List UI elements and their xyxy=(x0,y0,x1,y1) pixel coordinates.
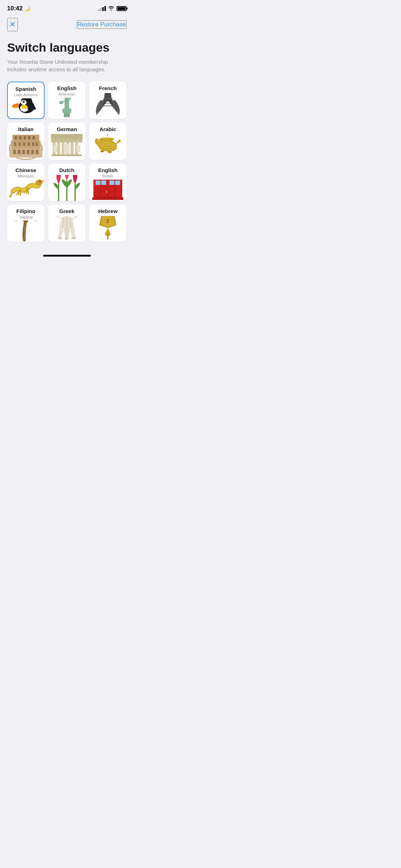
language-card-dutch[interactable]: Dutch xyxy=(48,164,86,201)
language-grid: Spanish Latin America xyxy=(7,82,127,242)
svg-point-6 xyxy=(24,102,24,102)
language-image xyxy=(48,134,86,160)
svg-point-104 xyxy=(58,237,62,239)
svg-rect-60 xyxy=(64,144,70,154)
status-icons xyxy=(98,6,127,12)
language-name: Hebrew xyxy=(92,208,124,215)
language-name: Dutch xyxy=(51,167,83,174)
language-name: Arabic xyxy=(92,126,124,133)
svg-rect-48 xyxy=(28,136,30,139)
page-title: Switch languages xyxy=(7,41,127,55)
battery-icon xyxy=(117,6,127,11)
language-name: Greek xyxy=(51,208,83,215)
language-card-header: French xyxy=(89,82,127,93)
svg-rect-95 xyxy=(101,192,107,197)
svg-rect-49 xyxy=(32,136,35,139)
language-sub: Mandarin xyxy=(10,174,42,178)
svg-text:נ: נ xyxy=(107,217,109,225)
svg-rect-56 xyxy=(52,154,82,156)
language-card-header: English British xyxy=(89,164,127,180)
svg-rect-51 xyxy=(57,141,60,156)
language-image xyxy=(48,175,86,201)
wifi-icon xyxy=(108,6,114,12)
svg-rect-61 xyxy=(53,145,57,153)
nav-bar: ✕ Restore Purchase xyxy=(0,14,134,37)
home-indicator xyxy=(43,255,91,257)
language-image: TELEPHONE xyxy=(89,180,127,201)
language-card-filipino[interactable]: Filipino Tagalog xyxy=(7,205,45,242)
language-image: נ xyxy=(89,216,127,242)
language-card-arabic[interactable]: Arabic xyxy=(89,123,127,160)
language-name: English xyxy=(92,167,124,174)
close-button[interactable]: ✕ xyxy=(7,18,18,31)
svg-point-64 xyxy=(101,150,104,153)
page-subtitle: Your Rosetta Stone Unlimited membership … xyxy=(7,58,127,73)
status-bar: 10:42 🌙 xyxy=(0,0,134,14)
language-image xyxy=(89,134,127,160)
language-card-greek[interactable]: Greek xyxy=(48,205,86,242)
svg-rect-35 xyxy=(22,150,25,154)
language-card-header: Italian xyxy=(7,123,45,134)
svg-rect-41 xyxy=(23,142,25,146)
language-card-header: Spanish Latin America xyxy=(8,82,44,98)
language-card-hebrew[interactable]: Hebrew נ xyxy=(89,205,127,242)
restore-purchase-button[interactable]: Restore Purchase xyxy=(77,20,127,29)
language-sub: Latin America xyxy=(11,93,41,97)
signal-icon xyxy=(98,6,106,11)
svg-rect-45 xyxy=(15,136,17,139)
language-image xyxy=(89,93,127,119)
svg-line-18 xyxy=(69,98,74,100)
language-name: Filipino xyxy=(10,208,42,215)
svg-rect-98 xyxy=(92,197,123,200)
language-name: English xyxy=(51,85,83,92)
svg-rect-39 xyxy=(14,142,16,146)
svg-rect-46 xyxy=(19,136,21,139)
language-image xyxy=(7,221,45,242)
language-name: Italian xyxy=(10,126,42,133)
svg-rect-62 xyxy=(77,145,81,153)
language-name: German xyxy=(51,126,83,133)
svg-rect-36 xyxy=(27,150,30,154)
svg-rect-38 xyxy=(36,150,38,154)
language-card-english-american[interactable]: English American xyxy=(48,82,86,119)
language-card-header: Greek xyxy=(48,205,86,216)
language-card-header: Filipino Tagalog xyxy=(7,205,45,221)
language-card-header: German xyxy=(48,123,86,134)
language-card-header: Arabic xyxy=(89,123,127,134)
language-card-header: Dutch xyxy=(48,164,86,175)
svg-point-97 xyxy=(106,191,108,193)
svg-rect-93 xyxy=(101,187,107,191)
page-content: Switch languages Your Rosetta Stone Unli… xyxy=(0,37,134,249)
language-image xyxy=(7,134,45,160)
language-card-english-british[interactable]: English British TELEPHONE xyxy=(89,164,127,201)
language-name: French xyxy=(92,85,124,92)
svg-point-105 xyxy=(71,237,76,239)
language-card-french[interactable]: French xyxy=(89,82,127,119)
language-card-header: Chinese Mandarin xyxy=(7,164,45,180)
svg-point-7 xyxy=(21,105,27,109)
language-image xyxy=(48,216,86,242)
svg-rect-58 xyxy=(51,134,82,139)
svg-rect-54 xyxy=(71,141,73,156)
language-sub: British xyxy=(92,174,124,178)
language-card-chinese[interactable]: Chinese Mandarin xyxy=(7,164,45,201)
language-name: Chinese xyxy=(10,167,42,174)
status-time: 10:42 xyxy=(7,5,22,12)
svg-rect-42 xyxy=(27,142,30,146)
svg-rect-40 xyxy=(19,142,21,146)
svg-rect-34 xyxy=(17,150,20,154)
language-name: Spanish xyxy=(11,86,41,92)
language-card-italian[interactable]: Italian xyxy=(7,123,45,160)
language-card-header: Hebrew xyxy=(89,205,127,216)
language-card-german[interactable]: German xyxy=(48,123,86,160)
svg-rect-44 xyxy=(36,142,38,146)
language-image xyxy=(7,180,45,201)
svg-rect-96 xyxy=(108,192,115,197)
language-card-header: English American xyxy=(48,82,86,98)
svg-rect-47 xyxy=(24,136,26,139)
language-card-spanish[interactable]: Spanish Latin America xyxy=(7,82,45,119)
language-sub: American xyxy=(51,92,83,96)
svg-point-68 xyxy=(40,181,40,182)
svg-rect-94 xyxy=(108,187,115,191)
language-image xyxy=(8,98,44,118)
